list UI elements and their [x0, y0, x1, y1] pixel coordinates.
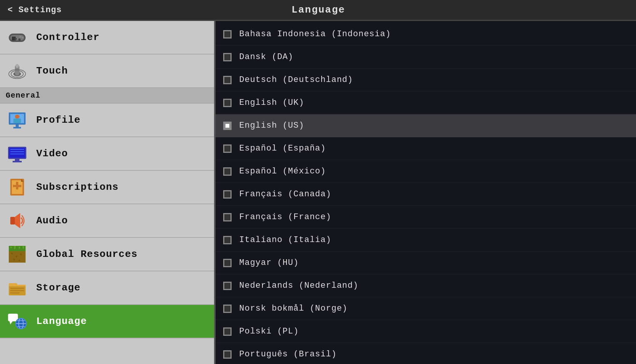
sidebar-item-global-resources-label: Global Resources	[36, 249, 138, 260]
svg-marker-53	[10, 321, 13, 324]
language-checkbox-english-uk	[223, 99, 232, 107]
profile-icon	[6, 109, 29, 131]
language-checkbox-polski	[223, 327, 232, 336]
svg-rect-45	[23, 246, 24, 249]
svg-rect-23	[10, 149, 24, 150]
svg-rect-31	[13, 185, 21, 187]
svg-rect-24	[10, 151, 24, 152]
language-name-polski: Polski (PL)	[239, 327, 299, 336]
language-item-magyar[interactable]: Magyar (HU)	[216, 252, 636, 274]
language-checkbox-portugues-brasil	[223, 350, 232, 359]
language-name-espanol-espana: Español (España)	[239, 144, 326, 153]
sidebar-item-profile-label: Profile	[36, 114, 81, 126]
svg-rect-37	[11, 253, 13, 254]
language-item-bahasa-indonesia[interactable]: Bahasa Indonesia (Indonesia)	[216, 23, 636, 46]
sidebar-item-profile[interactable]: Profile	[0, 104, 214, 137]
language-item-nederlands[interactable]: Nederlands (Nederland)	[216, 274, 636, 297]
sidebar-item-touch-label: Touch	[36, 65, 68, 77]
language-checkbox-francais-france	[223, 213, 232, 221]
svg-rect-33	[10, 217, 15, 224]
sidebar-item-video-label: Video	[36, 148, 68, 159]
language-item-deutsch[interactable]: Deutsch (Deutschland)	[216, 69, 636, 91]
svg-rect-48	[9, 285, 26, 286]
language-item-english-us[interactable]: English (US)	[216, 114, 636, 137]
language-checkbox-dansk	[223, 53, 232, 61]
sidebar-item-audio-label: Audio	[36, 215, 68, 226]
language-name-magyar: Magyar (HU)	[239, 258, 299, 268]
language-checkbox-english-us	[223, 122, 232, 130]
back-button[interactable]: < Settings	[0, 5, 69, 15]
touch-icon	[6, 59, 29, 82]
svg-rect-4	[12, 38, 14, 40]
language-name-francais-france: Français (France)	[239, 212, 331, 222]
svg-rect-7	[22, 37, 24, 38]
svg-point-8	[14, 38, 17, 40]
language-item-portugues-brasil[interactable]: Português (Brasil)	[216, 343, 636, 364]
top-bar: < Settings Language	[0, 0, 636, 21]
language-item-espanol-mexico[interactable]: Español (México)	[216, 160, 636, 183]
language-name-english-us: English (US)	[239, 121, 304, 130]
language-icon	[6, 310, 29, 333]
svg-rect-18	[13, 119, 21, 123]
sidebar: Controller Touch General	[0, 21, 216, 364]
language-item-italiano[interactable]: Italiano (Italia)	[216, 229, 636, 252]
sidebar-item-touch[interactable]: Touch	[0, 55, 214, 88]
svg-rect-20	[13, 127, 21, 128]
language-item-norsk[interactable]: Norsk bokmål (Norge)	[216, 297, 636, 320]
language-name-nederlands: Nederlands (Nederland)	[239, 281, 358, 290]
language-checkbox-bahasa-indonesia	[223, 30, 232, 38]
sidebar-item-language[interactable]: Language	[0, 305, 214, 338]
sidebar-item-global-resources[interactable]: Global Resources	[0, 238, 214, 271]
language-item-dansk[interactable]: Dansk (DA)	[216, 46, 636, 69]
language-item-francais-france[interactable]: Français (France)	[216, 206, 636, 229]
subscriptions-icon	[6, 176, 29, 199]
language-checkbox-norsk	[223, 305, 232, 313]
svg-rect-38	[16, 256, 17, 257]
sidebar-item-subscriptions[interactable]: Subscriptions	[0, 171, 214, 204]
language-item-english-uk[interactable]: English (UK)	[216, 91, 636, 114]
language-name-norsk: Norsk bokmål (Norge)	[239, 304, 348, 313]
language-checkbox-francais-canada	[223, 190, 232, 199]
sidebar-item-storage-label: Storage	[36, 282, 81, 293]
global-resources-icon	[6, 243, 29, 266]
svg-marker-34	[15, 213, 20, 228]
svg-rect-26	[15, 159, 19, 161]
svg-rect-49	[10, 288, 24, 289]
language-name-francais-canada: Français (Canada)	[239, 189, 331, 199]
video-icon	[6, 142, 29, 165]
svg-rect-25	[10, 154, 24, 154]
sidebar-item-video[interactable]: Video	[0, 137, 214, 171]
svg-rect-42	[10, 247, 12, 248]
svg-rect-51	[10, 292, 19, 293]
svg-rect-39	[20, 253, 22, 255]
page-title: Language	[69, 4, 567, 16]
sidebar-item-subscriptions-label: Subscriptions	[36, 181, 119, 193]
language-checkbox-nederlands	[223, 282, 232, 290]
controller-icon	[6, 26, 29, 49]
language-name-italiano: Italiano (Italia)	[239, 235, 331, 245]
sidebar-item-storage[interactable]: Storage	[0, 271, 214, 305]
language-list: Bahasa Indonesia (Indonesia)Dansk (DA)De…	[216, 21, 636, 364]
language-checkbox-espanol-espana	[223, 144, 232, 153]
svg-rect-40	[13, 259, 15, 260]
language-item-espanol-espana[interactable]: Español (España)	[216, 137, 636, 160]
svg-rect-19	[16, 125, 19, 127]
svg-rect-41	[19, 260, 20, 261]
svg-point-9	[18, 38, 21, 41]
main-content: Controller Touch General	[0, 21, 636, 364]
audio-icon	[6, 209, 29, 232]
language-checkbox-magyar	[223, 259, 232, 267]
sidebar-item-audio[interactable]: Audio	[0, 204, 214, 238]
language-name-portugues-brasil: Português (Brasil)	[239, 350, 337, 359]
language-checkbox-espanol-mexico	[223, 167, 232, 176]
general-section-header: General	[0, 88, 214, 104]
svg-rect-6	[19, 36, 21, 38]
language-item-polski[interactable]: Polski (PL)	[216, 320, 636, 343]
right-panel: Bahasa Indonesia (Indonesia)Dansk (DA)De…	[216, 21, 636, 364]
svg-rect-27	[13, 161, 22, 162]
language-name-dansk: Dansk (DA)	[239, 52, 293, 62]
language-name-bahasa-indonesia: Bahasa Indonesia (Indonesia)	[239, 29, 391, 39]
sidebar-item-controller[interactable]: Controller	[0, 21, 214, 55]
language-item-francais-canada[interactable]: Français (Canada)	[216, 183, 636, 206]
language-name-english-uk: English (UK)	[239, 98, 304, 107]
